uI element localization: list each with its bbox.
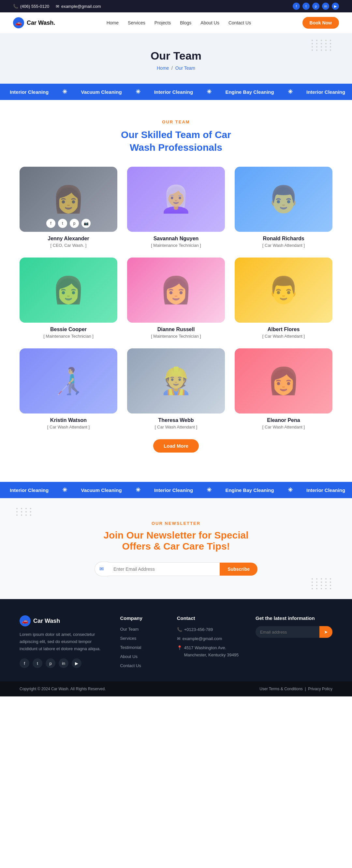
- team-card-jenny: 👩 f t p 📷 Jenny Alexander [ CEO, Car Was…: [20, 167, 117, 248]
- newsletter-email-icon: ✉: [99, 566, 104, 572]
- jenny-instagram[interactable]: 📷: [82, 219, 91, 228]
- savannah-name: Savannah Nguyen: [127, 236, 225, 242]
- footer-link-contact-us[interactable]: Contact Us: [120, 663, 141, 668]
- copyright-text: Copyright © 2024 Car Wash. All Rights Re…: [20, 687, 106, 691]
- top-bar-contacts: 📞 (406) 555-0120 ✉ example@gmail.com: [13, 4, 101, 9]
- footer-description: Lorem ipsum dolor sit amet, consectetur …: [20, 631, 107, 652]
- ticker-star-2: ✳: [62, 487, 67, 493]
- footer-subscribe-button[interactable]: ➤: [319, 626, 332, 638]
- team-card-theresa: 👷 Theresa Webb [ Car Wash Attendant ]: [127, 348, 225, 429]
- footer-youtube-icon[interactable]: ▶: [72, 658, 82, 668]
- footer-contact-col: Contact 📞 +0123-456-789 ✉ example@gmail.…: [177, 615, 242, 672]
- ronald-name: Ronald Richards: [235, 236, 332, 242]
- footer-email-text: example@gmail.com: [182, 635, 222, 642]
- privacy-link[interactable]: Privacy Policy: [308, 687, 332, 691]
- facebook-icon[interactable]: f: [293, 3, 300, 10]
- footer-email-input[interactable]: [256, 626, 319, 638]
- hero-banner: Our Team Home / Our Team: [0, 33, 352, 84]
- team-card-img-dianne: 👩: [127, 257, 225, 323]
- dianne-role: [ Maintenance Technician ]: [127, 334, 225, 339]
- bessie-photo: 👩: [20, 257, 117, 323]
- team-grid: 👩 f t p 📷 Jenny Alexander [ CEO, Car Was…: [20, 167, 332, 429]
- team-card-img-bessie: 👩: [20, 257, 117, 323]
- team-card-ronald: 👨 Ronald Richards [ Car Wash Attendant ]: [235, 167, 332, 248]
- twitter-icon[interactable]: t: [302, 3, 310, 10]
- ticker-star: ✳: [136, 89, 141, 95]
- ticker-item: Interior Cleaning: [154, 89, 193, 95]
- footer-logo-text: Car Wash: [33, 618, 60, 624]
- subscribe-button[interactable]: Subscribe: [220, 563, 258, 576]
- dots-deco-right: [312, 578, 332, 589]
- footer-link-our-team[interactable]: Our Team: [120, 627, 139, 632]
- ticker-top: Interior Cleaning ✳ Vacuum Cleaning ✳ In…: [0, 84, 352, 100]
- theresa-role: [ Car Wash Attendant ]: [127, 425, 225, 429]
- footer-company-heading: Company: [120, 615, 164, 621]
- ticker-bottom: Interior Cleaning ✳ Vacuum Cleaning ✳ In…: [0, 482, 352, 498]
- email-text: example@gmail.com: [61, 4, 101, 9]
- team-card-img-eleanor: 👩: [235, 348, 332, 413]
- team-card-bessie: 👩 Bessie Cooper [ Maintenance Technician…: [20, 257, 117, 339]
- footer-pinterest-icon[interactable]: p: [46, 658, 55, 668]
- nav-about[interactable]: About Us: [200, 20, 219, 25]
- footer-facebook-icon[interactable]: f: [20, 658, 29, 668]
- nav-blogs[interactable]: Blogs: [180, 20, 191, 25]
- pinterest-icon[interactable]: p: [312, 3, 319, 10]
- newsletter-email-input[interactable]: [108, 562, 220, 576]
- terms-link[interactable]: User Terms & Conditions: [259, 687, 303, 691]
- footer-email-icon: ✉: [177, 635, 181, 642]
- kristin-role: [ Car Wash Attendant ]: [20, 425, 117, 429]
- eleanor-name: Eleanor Pena: [235, 417, 332, 423]
- linkedin-icon[interactable]: in: [322, 3, 329, 10]
- team-card-img-jenny: 👩 f t p 📷: [20, 167, 117, 232]
- ticker-content-2: Interior Cleaning ✳ Vacuum Cleaning ✳ In…: [0, 487, 352, 494]
- footer-twitter-icon[interactable]: t: [33, 658, 42, 668]
- top-bar-socials: f t p in ▶: [293, 3, 339, 10]
- footer-company-col: Company Our Team Services Testimonial Ab…: [120, 615, 164, 672]
- book-now-button[interactable]: Book Now: [302, 17, 339, 29]
- team-card-savannah: 👩‍🦳 Savannah Nguyen [ Maintenance Techni…: [127, 167, 225, 248]
- footer-newsletter-heading: Get the latest information: [256, 615, 332, 621]
- footer-company-links: Our Team Services Testimonial About Us C…: [120, 626, 164, 669]
- footer-address-icon: 📍: [177, 644, 182, 651]
- nav-services[interactable]: Services: [128, 20, 145, 25]
- team-card-albert: 👨 Albert Flores [ Car Wash Attendant ]: [235, 257, 332, 339]
- footer-phone-text: +0123-456-789: [184, 626, 213, 633]
- jenny-facebook[interactable]: f: [46, 219, 55, 228]
- dots-decoration-top: [312, 40, 332, 51]
- team-card-img-albert: 👨: [235, 257, 332, 323]
- footer-bottom: Copyright © 2024 Car Wash. All Rights Re…: [0, 681, 352, 696]
- albert-role: [ Car Wash Attendant ]: [235, 334, 332, 339]
- footer-linkedin-icon[interactable]: in: [59, 658, 68, 668]
- footer-link-services[interactable]: Services: [120, 636, 136, 641]
- newsletter-email-icon-wrap: ✉: [94, 562, 108, 576]
- youtube-icon[interactable]: ▶: [332, 3, 339, 10]
- bessie-role: [ Maintenance Technician ]: [20, 334, 117, 339]
- top-bar: 📞 (406) 555-0120 ✉ example@gmail.com f t…: [0, 0, 352, 12]
- team-section-title: Our Skilled Team of CarWash Professional…: [20, 128, 332, 154]
- jenny-pinterest[interactable]: p: [70, 219, 79, 228]
- phone-icon: 📞: [13, 4, 18, 9]
- ticker-item: Engine Bay Cleaning: [225, 89, 274, 95]
- albert-name: Albert Flores: [235, 327, 332, 333]
- footer-grid: 🚗 Car Wash Lorem ipsum dolor sit amet, c…: [20, 615, 332, 672]
- ronald-role: [ Car Wash Attendant ]: [235, 243, 332, 248]
- footer-link-testimonial[interactable]: Testimonial: [120, 645, 141, 650]
- nav-contact[interactable]: Contact Us: [229, 20, 251, 25]
- footer-email: ✉ example@gmail.com: [177, 635, 242, 642]
- newsletter-title: Join Our Newsletter for SpecialOffers & …: [13, 530, 339, 552]
- dianne-photo: 👩: [127, 257, 225, 323]
- footer-link-about-us[interactable]: About Us: [120, 654, 137, 659]
- load-more-button[interactable]: Load More: [153, 439, 199, 453]
- breadcrumb-current: Our Team: [175, 65, 195, 71]
- nav-home[interactable]: Home: [107, 20, 119, 25]
- nav-projects[interactable]: Projects: [154, 20, 171, 25]
- newsletter-section: OUR NEWSLETTER Join Our Newsletter for S…: [0, 498, 352, 599]
- jenny-role: [ CEO, Car Wash. ]: [20, 243, 117, 248]
- footer-social-links: f t p in ▶: [20, 658, 107, 668]
- jenny-twitter[interactable]: t: [58, 219, 67, 228]
- team-card-img-kristin: 👨‍🦯: [20, 348, 117, 413]
- breadcrumb-home[interactable]: Home: [157, 65, 169, 71]
- logo: 🚗 Car Wash.: [13, 17, 55, 28]
- nav-links: Home Services Projects Blogs About Us Co…: [107, 20, 251, 25]
- eleanor-role: [ Car Wash Attendant ]: [235, 425, 332, 429]
